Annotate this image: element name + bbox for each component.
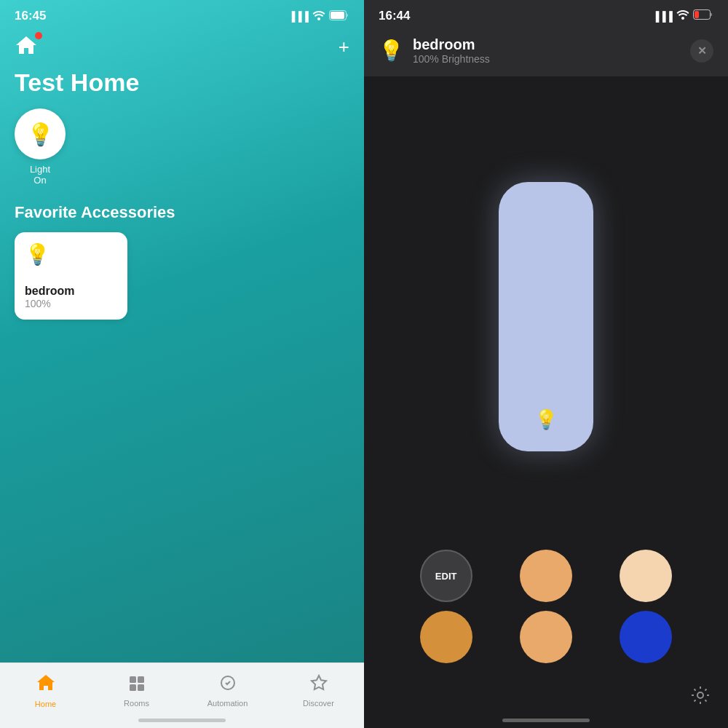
tab-discover-icon [310, 674, 328, 696]
tab-home-icon [36, 673, 55, 697]
accessory-status: 100% [25, 298, 117, 309]
tab-rooms-icon [128, 674, 146, 696]
tab-home[interactable]: Home [0, 663, 91, 728]
svg-point-9 [681, 17, 684, 20]
status-icons-right: ▐▐▐ [652, 9, 713, 23]
battery-icon-right [693, 9, 713, 23]
svg-rect-5 [130, 684, 136, 691]
svg-rect-4 [138, 676, 144, 683]
battery-icon-left [329, 10, 349, 23]
status-bar-left: 16:45 ▐▐▐ [0, 0, 364, 28]
color-preset-warm1[interactable] [520, 550, 572, 602]
status-time-right: 16:44 [379, 9, 410, 23]
scene-bulb-icon: 💡 [27, 122, 54, 147]
favorites-title: Favorite Accessories [0, 197, 364, 232]
color-presets: EDIT [364, 550, 728, 685]
svg-rect-2 [331, 12, 344, 19]
home-indicator-left [138, 719, 226, 722]
tab-discover[interactable]: Discover [273, 663, 364, 728]
svg-rect-6 [138, 684, 144, 691]
svg-marker-8 [312, 676, 326, 689]
notification-dot [35, 32, 42, 39]
accessories-grid: 💡 bedroom 100% [0, 232, 364, 320]
svg-rect-11 [695, 11, 699, 18]
detail-header-left: 💡 bedroom 100% Brightness [379, 36, 490, 65]
color-preset-warm4[interactable] [520, 611, 572, 663]
signal-icon: ▐▐▐ [288, 11, 309, 22]
add-button[interactable]: + [339, 37, 349, 56]
detail-header: 💡 bedroom 100% Brightness ✕ [364, 28, 728, 76]
status-time-left: 16:45 [15, 9, 46, 23]
scene-circle[interactable]: 💡 [15, 108, 66, 159]
status-bar-right: 16:44 ▐▐▐ [364, 0, 728, 28]
svg-point-12 [697, 692, 703, 698]
color-preset-warm2[interactable] [620, 550, 672, 602]
accessory-name: bedroom [25, 285, 117, 298]
scene-label: LightOn [30, 164, 50, 186]
color-grid: EDIT [400, 550, 692, 663]
page-title: Test Home [0, 66, 364, 108]
tab-automation-label: Automation [207, 699, 248, 708]
brightness-area: 💡 [364, 76, 728, 550]
wifi-icon [312, 10, 325, 23]
scene-row: 💡 LightOn [0, 108, 364, 197]
color-preset-blue[interactable] [620, 611, 672, 663]
device-name: bedroom [413, 36, 490, 53]
right-panel: 16:44 ▐▐▐ 💡 bedro [364, 0, 728, 728]
wifi-icon-right [676, 9, 689, 23]
edit-button[interactable]: EDIT [420, 550, 472, 602]
slider-bulb-icon: 💡 [534, 408, 558, 431]
left-panel: 16:45 ▐▐▐ [0, 0, 364, 728]
scene-item[interactable]: 💡 LightOn [15, 108, 66, 186]
device-bulb-icon: 💡 [379, 39, 404, 63]
brightness-slider[interactable]: 💡 [499, 182, 593, 451]
accessory-bulb-icon: 💡 [25, 242, 117, 266]
close-button[interactable]: ✕ [690, 39, 713, 63]
tab-bar: Home Rooms Automation [0, 662, 364, 728]
svg-point-0 [317, 17, 320, 20]
color-preset-warm3[interactable] [420, 611, 472, 663]
tab-rooms-label: Rooms [124, 699, 149, 708]
nav-bar-left: + [0, 28, 364, 66]
tab-discover-label: Discover [303, 699, 334, 708]
home-indicator-right [502, 719, 590, 722]
svg-rect-3 [130, 676, 136, 683]
accessory-card-bedroom[interactable]: 💡 bedroom 100% [15, 232, 127, 320]
home-nav-icon[interactable] [15, 33, 41, 60]
tab-home-label: Home [35, 700, 56, 708]
status-icons-left: ▐▐▐ [288, 10, 349, 23]
device-brightness: 100% Brightness [413, 53, 490, 65]
gear-icon[interactable] [690, 685, 711, 711]
tab-automation-icon [219, 674, 237, 696]
signal-icon-right: ▐▐▐ [652, 11, 673, 22]
